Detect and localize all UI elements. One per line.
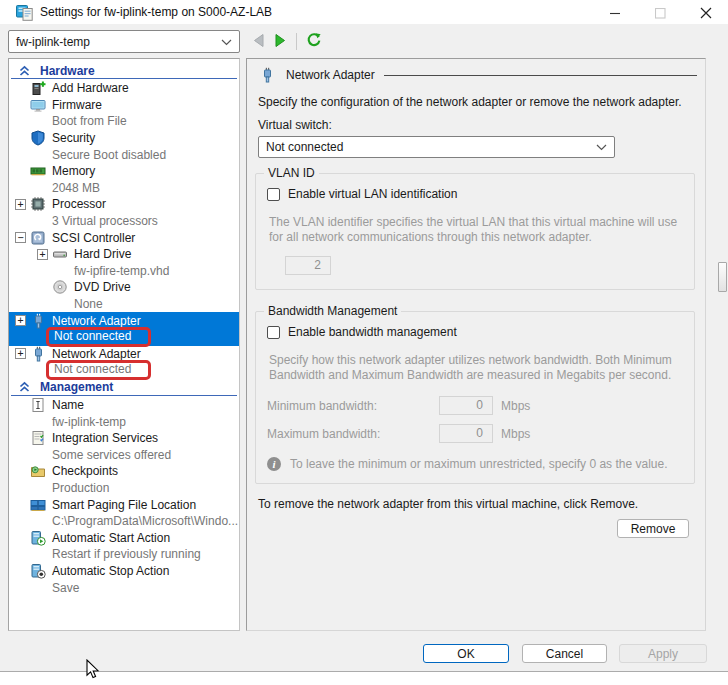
sidebar-item-name[interactable]: Name [9,397,239,414]
sidebar-item-label: Memory [52,164,95,178]
sidebar-item-sublabel: Not connected [9,362,239,379]
sidebar-item-automatic-stop[interactable]: Automatic Stop Action [9,563,239,580]
min-bandwidth-unit: Mbps [501,399,530,413]
annotation-red-box: Not connected [46,360,151,380]
navigate-forward-icon[interactable] [275,34,286,50]
max-bandwidth-input[interactable]: 0 [439,424,493,443]
automatic-start-action-icon [30,530,46,546]
vertical-scrollbar[interactable] [717,58,728,631]
vlan-help-text: The VLAN identifier specifies the virtua… [269,215,682,245]
processor-icon [30,196,46,212]
sidebar-item-network-adapter-2[interactable]: + Network Adapter Not connected [9,346,239,379]
cancel-button[interactable]: Cancel [522,644,607,663]
sidebar-item-firmware[interactable]: Firmware [9,97,239,114]
hyperv-settings-icon [16,4,33,21]
sidebar-item-network-adapter-selected[interactable]: + Network Adapter Not connected [9,312,239,345]
remove-button[interactable]: Remove [617,519,689,538]
sidebar-item-processor[interactable]: + Processor [9,196,239,213]
max-bandwidth-unit: Mbps [501,427,530,441]
enable-bandwidth-checkbox[interactable] [267,326,280,339]
bandwidth-group: Bandwidth Management Enable bandwidth ma… [255,311,695,484]
smart-paging-icon [30,497,46,513]
section-label: Hardware [40,64,95,78]
close-icon [700,7,712,19]
sidebar-item-sublabel: Save [9,579,239,596]
sidebar-item-sublabel: Secure Boot disabled [9,146,239,163]
collapse-box-icon[interactable]: − [15,232,26,243]
hard-drive-icon [52,246,68,262]
expand-icon[interactable]: + [15,199,26,210]
sidebar-item-label: Smart Paging File Location [52,498,196,512]
bandwidth-help-text: Specify how this network adapter utilize… [269,353,682,383]
sidebar-item-sublabel: fw-ipfire-temp.vhd [9,263,239,280]
section-hardware[interactable]: Hardware [11,63,237,79]
sidebar-item-checkpoints[interactable]: Checkpoints [9,463,239,480]
sidebar-item-label: Processor [52,197,106,211]
expand-icon[interactable]: + [15,315,26,326]
expand-icon[interactable]: + [37,249,48,260]
enable-bandwidth-label: Enable bandwidth management [288,325,457,339]
add-hardware-icon [30,80,46,96]
close-button[interactable] [683,0,728,26]
virtual-switch-label: Virtual switch: [258,118,697,132]
sidebar-item-integration-services[interactable]: Integration Services [9,430,239,447]
info-icon: i [267,457,281,471]
sidebar-item-sublabel: Some services offered [9,446,239,463]
collapse-chevron-icon [18,65,31,77]
virtual-switch-dropdown[interactable]: Not connected [258,136,615,158]
sidebar-item-label: Security [52,131,95,145]
network-adapter-icon [30,346,46,362]
vlan-id-input[interactable]: 2 [285,256,331,275]
panel-title: Network Adapter [286,68,375,82]
sidebar-item-label: Automatic Start Action [52,531,170,545]
sidebar-item-smart-paging[interactable]: Smart Paging File Location [9,496,239,513]
sidebar-item-sublabel: Not connected [9,329,239,346]
apply-button[interactable]: Apply [619,644,707,663]
sidebar-item-label: Hard Drive [74,247,131,261]
shield-icon [30,130,46,146]
settings-window: Settings for fw-iplink-temp on S000-AZ-L… [0,0,728,672]
checkpoints-icon [30,463,46,479]
header-rule [384,75,697,76]
firmware-icon [30,97,46,113]
maximize-button[interactable] [638,0,683,26]
sidebar-item-sublabel: Boot from File [9,113,239,130]
min-bandwidth-input[interactable]: 0 [439,396,493,415]
toolbar: fw-iplink-temp [8,30,322,53]
ok-button[interactable]: OK [423,644,509,663]
navigate-back-icon[interactable] [253,34,264,50]
sidebar-item-label: Name [52,398,84,412]
sidebar-item-dvd-drive[interactable]: DVD Drive [9,279,239,296]
sidebar-item-label: SCSI Controller [52,231,135,245]
bandwidth-group-label: Bandwidth Management [264,304,401,318]
sidebar-item-label: Network Adapter [52,347,141,361]
integration-services-icon [30,430,46,446]
sidebar-item-sublabel: C:\ProgramData\Microsoft\Windo... [9,513,239,530]
sidebar-item-label: Network Adapter [52,314,141,328]
expand-icon[interactable]: + [15,348,26,359]
panel-header: Network Adapter [259,67,697,83]
minimize-button[interactable] [593,0,638,26]
vm-selector-dropdown[interactable]: fw-iplink-temp [8,30,240,53]
network-adapter-panel: Network Adapter Specify the configuratio… [246,58,706,631]
section-management[interactable]: Management [11,380,237,396]
section-label: Management [40,380,113,394]
scrollbar-thumb[interactable] [718,262,727,292]
sidebar-item-scsi-controller[interactable]: − SCSI Controller [9,229,239,246]
enable-vlan-checkbox[interactable] [267,188,280,201]
vm-selector-value: fw-iplink-temp [16,35,221,49]
remove-instruction: To remove the network adapter from this … [258,497,697,511]
panel-intro: Specify the configuration of the network… [258,95,697,109]
refresh-icon[interactable] [306,32,322,51]
dvd-drive-icon [52,279,68,295]
network-adapter-icon [259,67,275,83]
name-icon [30,397,46,413]
sidebar-item-automatic-start[interactable]: Automatic Start Action [9,529,239,546]
sidebar-item-hard-drive[interactable]: + Hard Drive [9,246,239,263]
sidebar-item-memory[interactable]: Memory [9,163,239,180]
toolbar-separator [296,33,297,50]
sidebar-item-security[interactable]: Security [9,130,239,147]
sidebar-item-label: Firmware [52,98,102,112]
sidebar-item-sublabel: Production [9,480,239,497]
sidebar-item-add-hardware[interactable]: Add Hardware [9,80,239,97]
